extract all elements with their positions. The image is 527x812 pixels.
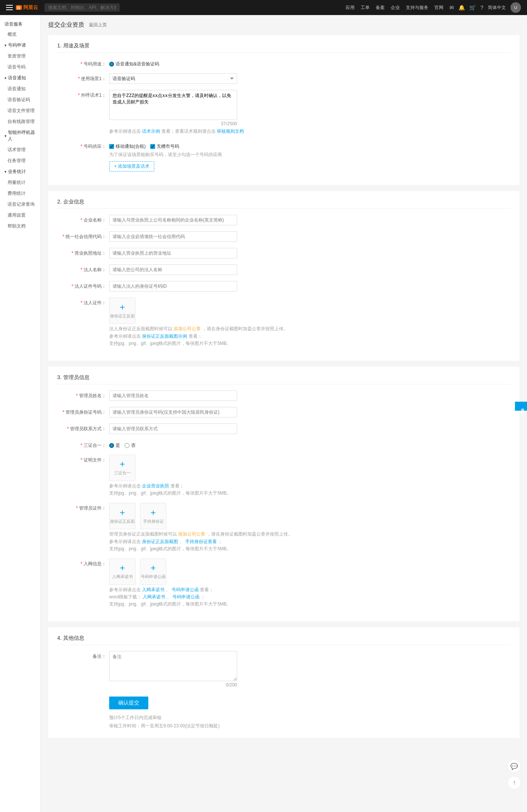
sidebar-item-cost-stats[interactable]: 费用统计 (0, 188, 40, 199)
radio-input-voice-notify[interactable] (109, 62, 114, 67)
upload-box-legal-front[interactable]: + 身份证正反面 (109, 297, 136, 324)
hint-network-link2[interactable]: 号码申请公函 (172, 587, 199, 592)
bottom-right-panel: 💬 ↑ (507, 759, 521, 789)
breadcrumb-back[interactable]: 返回上页 (89, 22, 107, 28)
sidebar-item-voice-notify[interactable]: 语音通知 (0, 83, 40, 94)
sidebar-item-usage-stats[interactable]: 用量统计 (0, 177, 40, 188)
hint-supply: 为了保证该场景能购买号码，请至少勾选一个号码供应商 (109, 151, 510, 158)
message-icon[interactable]: ✉ (449, 5, 454, 11)
hint-network-link1[interactable]: 入网承诺书 (142, 587, 164, 592)
chat-icon[interactable]: 💬 (507, 759, 521, 773)
avatar[interactable]: U (510, 2, 521, 13)
lang-switch[interactable]: 简体中文 (488, 5, 506, 11)
upload-label-admin-front: 身份证正反面 (110, 519, 135, 524)
input-admin-contact[interactable] (109, 423, 237, 434)
radio-three-no[interactable]: 否 (125, 442, 136, 449)
sidebar-item-voice-captcha[interactable]: 语音验证码 (0, 94, 40, 105)
nav-link-app[interactable]: 应用 (346, 5, 355, 11)
hamburger-icon[interactable] (6, 5, 13, 10)
upload-box-admin-hold[interactable]: + 手持身份证 (140, 503, 166, 529)
input-legal-name[interactable] (109, 264, 237, 275)
nav-link-filing[interactable]: 备案 (376, 5, 385, 11)
sidebar-item-task[interactable]: 任务管理 (0, 155, 40, 166)
radio-input-three-yes[interactable] (109, 443, 114, 448)
sidebar-service-title[interactable]: 语音服务 (0, 18, 40, 29)
hint-admin-cert-link1[interactable]: 添加公司公章 (178, 531, 205, 537)
sidebar-group-stats[interactable]: 业务统计 (0, 166, 40, 177)
upload-label-promise: 入网承诺书 (112, 574, 133, 580)
upload-box-three-in-one[interactable]: + 三证合一 (109, 455, 136, 481)
feedback-button[interactable]: 意见反馈 (515, 402, 527, 411)
upload-box-network-promise[interactable]: + 入网承诺书 (109, 559, 136, 585)
cart-icon[interactable]: 🛒 (469, 5, 476, 11)
sidebar-group-number-apply[interactable]: 号码申请 (0, 40, 40, 51)
svg-text:云: 云 (17, 6, 20, 10)
hint-legal-cert-link1[interactable]: 添加公司公章 (174, 326, 201, 331)
checkbox-no-slot[interactable]: 无槽市号码 (150, 143, 179, 150)
nav-link-ticket[interactable]: 工单 (361, 5, 370, 11)
add-scene-button[interactable]: + 添加场景及话术 (109, 161, 154, 172)
upload-group-legal-cert: + 身份证正反面 (109, 297, 510, 324)
hint-cert-link[interactable]: 企业营业执照 (142, 483, 169, 489)
textarea-remark[interactable] (109, 651, 237, 681)
input-admin-name[interactable] (109, 390, 237, 401)
search-input[interactable] (44, 3, 120, 12)
right-float-panel: 意见反馈 (515, 402, 527, 411)
checkbox-mobile[interactable]: 移动通知(合租) (109, 143, 146, 150)
nav-link-official[interactable]: 官网 (434, 5, 443, 11)
input-admin-id[interactable] (109, 407, 237, 417)
svg-rect-2 (6, 9, 13, 10)
form-row-legal-name: 法人名称： (57, 264, 510, 275)
bell-icon[interactable]: 🔔 (458, 5, 465, 11)
help-icon[interactable]: ? (480, 5, 483, 11)
radio-voice-notify[interactable]: 语音通知&语音验证码 (109, 61, 159, 67)
hint-admin-cert-link3[interactable]: 手持身份证查看 (185, 539, 217, 544)
input-legal-id[interactable] (109, 281, 237, 291)
hint-network-dl-link2[interactable]: 号码申请公函 (172, 594, 200, 600)
input-credit-code[interactable] (109, 231, 237, 242)
hint-network-dl-link1[interactable]: 入网承诺书 (143, 594, 165, 600)
nav-link-support[interactable]: 支持与服务 (406, 5, 428, 11)
form-row-admin-cert: 管理员证件： + 身份证正反面 + 手持身份证 管理员身份证正反面截图时候可 (57, 503, 510, 552)
upload-box-admin-front[interactable]: + 身份证正反面 (109, 503, 136, 529)
back-to-top-icon[interactable]: ↑ (507, 776, 521, 789)
sidebar-item-overview[interactable]: 概览 (0, 29, 40, 40)
label-legal-name: 法人名称： (57, 264, 106, 273)
sidebar-item-general-settings[interactable]: 通用设置 (0, 210, 40, 221)
checkbox-input-no-slot[interactable] (150, 144, 155, 149)
upload-box-network-letter[interactable]: + 号码申请公函 (140, 559, 166, 585)
upload-group-cert: + 三证合一 (109, 455, 510, 481)
radio-input-three-no[interactable] (125, 443, 129, 448)
label-legal-cert: 法人证件： (57, 297, 106, 306)
radio-three-yes[interactable]: 是 (109, 442, 120, 449)
sidebar-group-voice-notify[interactable]: 语音通知 (0, 73, 40, 83)
section-usage-title: 1. 用途及场景 (57, 42, 510, 53)
input-business-addr[interactable] (109, 248, 237, 258)
sidebar-item-quality[interactable]: 资质管理 (0, 51, 40, 62)
hint-rule-link[interactable]: 审核规则文档 (217, 129, 244, 134)
submit-button[interactable]: 确认提交 (109, 697, 148, 709)
form-row-use-scenario: 使用场景1： 语音验证码 (57, 73, 510, 84)
sidebar-group-robot[interactable]: 智能外呼机器人 (0, 127, 40, 144)
sidebar-item-own-line[interactable]: 自有线路管理 (0, 116, 40, 127)
logo[interactable]: 云 阿里云 (6, 3, 38, 12)
input-company-name[interactable] (109, 215, 237, 225)
form-row-business-addr: 营业执照地址： (57, 248, 510, 258)
nav-links: 应用 工单 备案 企业 支持与服务 官网 (346, 5, 443, 11)
sidebar-item-voice-query[interactable]: 语音记录查询 (0, 199, 40, 210)
checkbox-input-mobile[interactable] (109, 144, 114, 149)
textarea-outbound-template[interactable]: 您自于ZZZ的提醒是xx点xx分发生火警，请及时确认，以免造成人员财产损失 (109, 90, 237, 120)
sidebar-item-voice-number[interactable]: 语音号码 (0, 62, 40, 73)
select-use-scenario[interactable]: 语音验证码 (109, 73, 237, 84)
form-row-three-in-one: 三证合一： 是 否 (57, 440, 510, 449)
hint-admin-cert-link2[interactable]: 身份证正反面截图 (142, 539, 178, 544)
radio-group-number-usage: 语音通知&语音验证码 (109, 59, 510, 67)
hint-legal-cert-link2[interactable]: 身份证正反面截图示例 (142, 334, 187, 339)
sidebar-item-help-doc[interactable]: 帮助文档 (0, 221, 40, 232)
sidebar-item-script[interactable]: 话术管理 (0, 144, 40, 155)
nav-link-enterprise[interactable]: 企业 (391, 5, 400, 11)
hint-example-link[interactable]: 话术示例 (142, 129, 160, 134)
hint-example-text: 参考示例请点击 (109, 129, 141, 134)
upload-plus-admin-front-icon: + (120, 508, 125, 517)
sidebar-item-file-manage[interactable]: 语音文件管理 (0, 105, 40, 116)
